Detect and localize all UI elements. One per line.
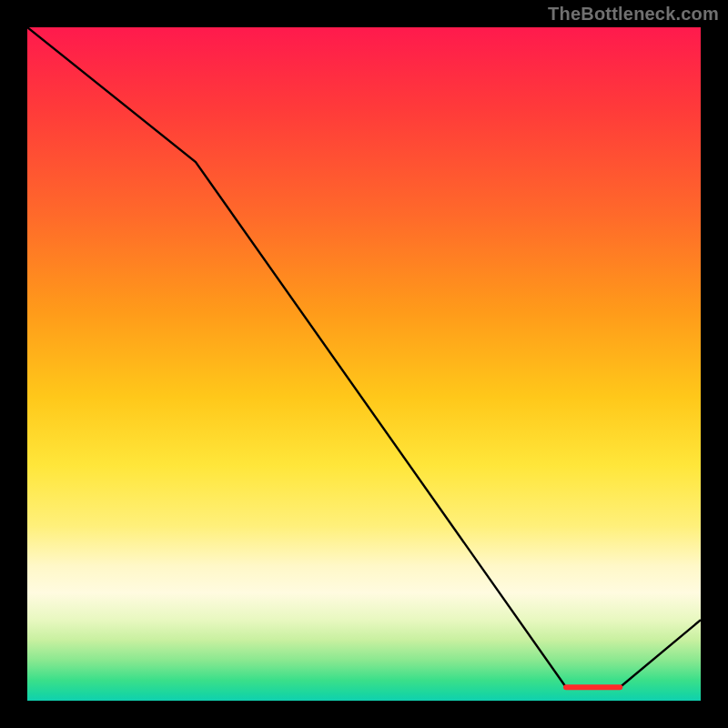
bottleneck-line-chart (27, 27, 701, 701)
watermark-text: TheBottleneck.com (548, 4, 719, 25)
frame-left (0, 0, 27, 728)
frame-bottom (0, 701, 728, 728)
bottleneck-curve-path (27, 27, 701, 687)
frame-right (701, 0, 728, 728)
chart-canvas: TheBottleneck.com (0, 0, 728, 728)
